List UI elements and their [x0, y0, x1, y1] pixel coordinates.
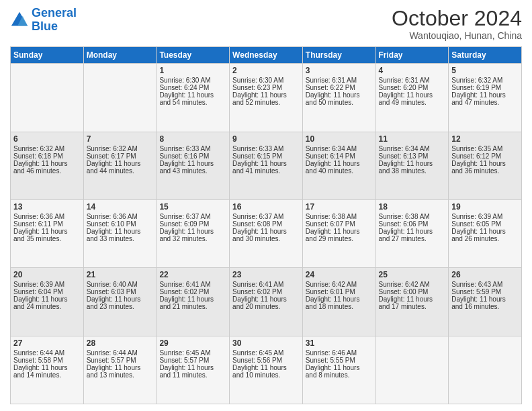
sunrise-text: Sunrise: 6:41 AM	[159, 281, 226, 288]
day-number: 21	[87, 270, 154, 279]
sunrise-text: Sunrise: 6:44 AM	[87, 349, 154, 357]
sunrise-text: Sunrise: 6:38 AM	[306, 213, 373, 220]
day-number: 28	[87, 338, 154, 348]
day-cell: 12Sunrise: 6:35 AMSunset: 6:12 PMDayligh…	[449, 132, 522, 199]
col-monday: Monday	[83, 47, 157, 64]
sunrise-text: Sunrise: 6:33 AM	[159, 145, 226, 152]
daylight-text: Daylight: 11 hours and 24 minutes.	[13, 295, 81, 310]
col-thursday: Thursday	[302, 47, 375, 64]
day-cell: 13Sunrise: 6:36 AMSunset: 6:11 PMDayligh…	[11, 199, 84, 267]
sunset-text: Sunset: 5:57 PM	[87, 357, 154, 364]
daylight-text: Daylight: 11 hours and 38 minutes.	[379, 160, 446, 175]
col-friday: Friday	[375, 47, 449, 64]
day-cell: 9Sunrise: 6:33 AMSunset: 6:15 PMDaylight…	[230, 132, 303, 199]
daylight-text: Daylight: 11 hours and 41 minutes.	[232, 160, 300, 175]
daylight-text: Daylight: 11 hours and 20 minutes.	[232, 295, 300, 310]
day-cell	[11, 64, 84, 132]
day-cell: 1Sunrise: 6:30 AMSunset: 6:24 PMDaylight…	[157, 64, 230, 132]
daylight-text: Daylight: 11 hours and 33 minutes.	[87, 228, 154, 242]
day-cell	[83, 64, 157, 132]
daylight-text: Daylight: 11 hours and 35 minutes.	[13, 228, 81, 242]
title-block: October 2024 Wantouqiao, Hunan, China	[392, 7, 522, 41]
day-number: 19	[451, 202, 519, 212]
daylight-text: Daylight: 11 hours and 36 minutes.	[451, 160, 519, 175]
day-number: 9	[232, 134, 300, 144]
daylight-text: Daylight: 11 hours and 17 minutes.	[379, 295, 446, 310]
week-row-1: 1Sunrise: 6:30 AMSunset: 6:24 PMDaylight…	[11, 64, 522, 132]
sunrise-text: Sunrise: 6:32 AM	[451, 77, 519, 84]
day-number: 16	[232, 202, 300, 212]
sunrise-text: Sunrise: 6:43 AM	[451, 281, 519, 288]
day-number: 3	[306, 66, 373, 75]
day-cell: 21Sunrise: 6:40 AMSunset: 6:03 PMDayligh…	[83, 268, 157, 336]
day-cell: 30Sunrise: 6:45 AMSunset: 5:56 PMDayligh…	[230, 336, 303, 404]
sunset-text: Sunset: 6:20 PM	[379, 84, 446, 91]
day-number: 5	[451, 66, 519, 75]
sunset-text: Sunset: 6:22 PM	[306, 84, 373, 91]
daylight-text: Daylight: 11 hours and 13 minutes.	[87, 364, 154, 379]
daylight-text: Daylight: 11 hours and 26 minutes.	[451, 228, 519, 242]
week-row-3: 13Sunrise: 6:36 AMSunset: 6:11 PMDayligh…	[11, 199, 522, 267]
week-row-4: 20Sunrise: 6:39 AMSunset: 6:04 PMDayligh…	[11, 268, 522, 336]
sunset-text: Sunset: 5:59 PM	[451, 288, 519, 295]
sunset-text: Sunset: 5:57 PM	[159, 357, 226, 364]
day-cell: 28Sunrise: 6:44 AMSunset: 5:57 PMDayligh…	[83, 336, 157, 404]
week-row-2: 6Sunrise: 6:32 AMSunset: 6:18 PMDaylight…	[11, 132, 522, 199]
col-saturday: Saturday	[449, 47, 522, 64]
logo: General Blue	[10, 7, 77, 34]
day-number: 26	[451, 270, 519, 279]
sunrise-text: Sunrise: 6:37 AM	[159, 213, 226, 220]
sunset-text: Sunset: 6:15 PM	[232, 152, 300, 160]
sunset-text: Sunset: 6:05 PM	[451, 220, 519, 228]
day-cell: 14Sunrise: 6:36 AMSunset: 6:10 PMDayligh…	[83, 199, 157, 267]
sunset-text: Sunset: 6:23 PM	[232, 84, 300, 91]
sunset-text: Sunset: 5:55 PM	[306, 357, 373, 364]
day-number: 2	[232, 66, 300, 75]
day-cell: 27Sunrise: 6:44 AMSunset: 5:58 PMDayligh…	[11, 336, 84, 404]
week-row-5: 27Sunrise: 6:44 AMSunset: 5:58 PMDayligh…	[11, 336, 522, 404]
day-cell: 22Sunrise: 6:41 AMSunset: 6:02 PMDayligh…	[157, 268, 230, 336]
day-cell: 6Sunrise: 6:32 AMSunset: 6:18 PMDaylight…	[11, 132, 84, 199]
sunset-text: Sunset: 6:01 PM	[306, 288, 373, 295]
day-number: 12	[451, 134, 519, 144]
daylight-text: Daylight: 11 hours and 27 minutes.	[379, 228, 446, 242]
sunset-text: Sunset: 6:00 PM	[379, 288, 446, 295]
sunrise-text: Sunrise: 6:30 AM	[232, 77, 300, 84]
sunset-text: Sunset: 6:14 PM	[306, 152, 373, 160]
month-title: October 2024	[392, 7, 522, 30]
day-number: 4	[379, 66, 446, 75]
sunset-text: Sunset: 6:02 PM	[159, 288, 226, 295]
day-cell: 11Sunrise: 6:34 AMSunset: 6:13 PMDayligh…	[375, 132, 449, 199]
sunrise-text: Sunrise: 6:40 AM	[87, 281, 154, 288]
day-number: 29	[159, 338, 226, 348]
daylight-text: Daylight: 11 hours and 54 minutes.	[159, 91, 226, 106]
sunrise-text: Sunrise: 6:45 AM	[159, 349, 226, 357]
daylight-text: Daylight: 11 hours and 46 minutes.	[13, 160, 81, 175]
sunset-text: Sunset: 6:08 PM	[232, 220, 300, 228]
daylight-text: Daylight: 11 hours and 10 minutes.	[232, 364, 300, 379]
sunrise-text: Sunrise: 6:42 AM	[379, 281, 446, 288]
sunrise-text: Sunrise: 6:32 AM	[87, 145, 154, 152]
sunset-text: Sunset: 6:17 PM	[87, 152, 154, 160]
daylight-text: Daylight: 11 hours and 52 minutes.	[232, 91, 300, 106]
day-number: 23	[232, 270, 300, 279]
sunrise-text: Sunrise: 6:38 AM	[379, 213, 446, 220]
day-number: 11	[379, 134, 446, 144]
day-cell: 26Sunrise: 6:43 AMSunset: 5:59 PMDayligh…	[449, 268, 522, 336]
sunset-text: Sunset: 6:24 PM	[159, 84, 226, 91]
header-row: Sunday Monday Tuesday Wednesday Thursday…	[11, 47, 522, 64]
daylight-text: Daylight: 11 hours and 8 minutes.	[306, 364, 373, 379]
sunrise-text: Sunrise: 6:37 AM	[232, 213, 300, 220]
day-number: 8	[159, 134, 226, 144]
calendar-table: Sunday Monday Tuesday Wednesday Thursday…	[10, 46, 522, 404]
sunrise-text: Sunrise: 6:35 AM	[451, 145, 519, 152]
day-cell: 4Sunrise: 6:31 AMSunset: 6:20 PMDaylight…	[375, 64, 449, 132]
sunrise-text: Sunrise: 6:32 AM	[13, 145, 81, 152]
day-cell: 7Sunrise: 6:32 AMSunset: 6:17 PMDaylight…	[83, 132, 157, 199]
daylight-text: Daylight: 11 hours and 44 minutes.	[87, 160, 154, 175]
daylight-text: Daylight: 11 hours and 14 minutes.	[13, 364, 81, 379]
sunset-text: Sunset: 6:11 PM	[13, 220, 81, 228]
sunset-text: Sunset: 6:04 PM	[13, 288, 81, 295]
daylight-text: Daylight: 11 hours and 40 minutes.	[306, 160, 373, 175]
logo-line2: Blue	[32, 19, 58, 33]
